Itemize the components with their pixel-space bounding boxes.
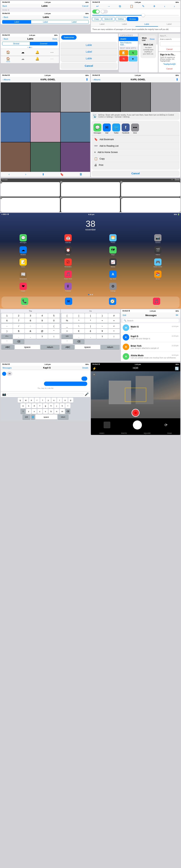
shutter-button[interactable] [133,421,142,430]
key-comma-n[interactable]: , [25,334,36,339]
app-ibooks[interactable]: 📚 iBooks [136,271,180,280]
airplane-icon[interactable]: ✈ [153,4,155,8]
tab-card-4[interactable]: × [1,198,60,212]
action-bookmark[interactable]: 🔖 Add Bookmark [92,136,180,143]
conv-kapil[interactable]: K Kapil G 11:03 pm Kapil, like your desi… [121,333,180,342]
key-l[interactable]: l [65,403,70,408]
app-videos[interactable]: 🎬 Videos [136,246,180,255]
seg-label-1[interactable]: Label [2,20,31,24]
key-123[interactable]: 123 [23,414,30,420]
trash-icon[interactable]: 🗑 [80,173,82,176]
key-t[interactable]: t [40,398,45,403]
key-s[interactable]: s [26,403,31,408]
key-o[interactable]: o [63,398,68,403]
sym-lbrack[interactable]: [ [61,313,73,318]
app-camera[interactable]: 📷 Camera [136,234,180,243]
sym-euro[interactable]: € [73,329,85,333]
photo-2[interactable] [31,83,60,112]
tab-bell[interactable]: 🔔 [35,57,39,62]
key-p[interactable]: p [68,398,73,403]
sym-hash[interactable]: # [108,313,120,318]
key-shift[interactable]: ⇧ [21,409,26,414]
cancel-button[interactable]: Cancel [82,5,88,7]
sym-excl-2[interactable]: ! [108,334,120,339]
key-space-n[interactable]: space [15,345,40,349]
key-period[interactable]: . [13,334,24,339]
photo-1[interactable] [1,83,30,112]
key-colon[interactable]: : [25,324,36,329]
mode-square[interactable]: SQUARE [144,432,151,434]
tab-2[interactable]: Label [113,22,136,27]
messages-back-btn[interactable]: Messages [3,367,11,369]
message-input-field[interactable] [7,393,84,395]
key-question[interactable]: ? [36,334,48,339]
mode-video[interactable]: VIDEO [99,432,104,434]
conv-maitri[interactable]: M Maitri G 12:03 pm Hi [121,323,180,333]
key-at[interactable]: @ [36,329,48,333]
toggle-off[interactable] [101,9,108,13]
app-appstore[interactable]: A App Store [91,271,135,280]
messages-search[interactable]: 🔍 Search [122,319,179,322]
sym-rbrack[interactable]: ] [73,313,85,318]
photo-9[interactable] [61,142,90,172]
sym-bullet[interactable]: • [108,329,120,333]
app-itunes[interactable]: 🎵 iTunes Store [46,271,90,280]
home-icon[interactable]: 🏠 [6,50,10,54]
forward-icon[interactable]: › [174,5,175,8]
passcode-field[interactable] [160,41,180,46]
sym-eq[interactable]: = [108,318,120,323]
share-icon-l[interactable]: ⬆ [86,78,88,82]
sym-period-2[interactable]: . [73,334,85,339]
strokal-seg[interactable]: Strokal [2,42,30,45]
more-icon[interactable]: ⋯ [50,50,54,54]
photo-5[interactable] [31,112,60,142]
key-m[interactable]: m [60,409,65,414]
seg-label-3[interactable]: Label [60,20,89,24]
share-twitter[interactable]: 🐦 Twitter [112,124,120,134]
sym-del-2[interactable]: ⌫ [73,339,85,344]
sym-123-key[interactable]: 123 [61,334,73,339]
select-all-btn[interactable]: Select All [102,17,115,21]
bookmark-icon[interactable]: 🔖 [60,173,64,176]
r-photo-3[interactable] [151,83,180,112]
copy-btn[interactable]: Copy [92,17,101,21]
key-q[interactable]: q [18,398,23,403]
flash-icon[interactable]: ⚡ [92,367,96,371]
app-clock[interactable]: ⏰ Clock [46,246,90,255]
app-messages[interactable]: 💬 Messages [1,234,45,243]
key-d[interactable]: d [32,403,37,408]
sym-lt[interactable]: < [108,324,120,329]
camera-flip-icon[interactable]: ⟳ [164,423,168,427]
conv-alisha[interactable]: A Alisha Mudo 10:03 pm Can you please cr… [121,352,180,361]
app-stocks[interactable]: 📈 Stocks [91,258,135,268]
camera-switch-icon[interactable]: 🔄 [175,367,179,371]
dock-phone[interactable]: 📞 Phone [21,298,28,307]
tab-cloud[interactable]: ☁ [21,57,24,62]
pen-icon[interactable]: ✎ [142,4,145,8]
key-f[interactable]: f [37,403,42,408]
seg-label-2[interactable]: Label [31,20,60,24]
tab-card-2[interactable]: × [61,182,120,196]
tab-1[interactable]: Label [91,22,113,27]
key-more-sym[interactable]: #+= [1,334,13,339]
action-lable-1[interactable]: Lable [60,42,117,49]
undo-icon[interactable]: ↩ [96,4,99,8]
share-messages[interactable]: 💬 Messages [93,124,101,134]
action-lable-3[interactable]: Lable [60,55,117,62]
camera-close-btn[interactable]: × [92,373,96,376]
zoomed-seg[interactable]: Zoomed [30,42,57,45]
app-weather[interactable]: ☁ Weather [1,246,45,255]
key-u[interactable]: u [52,398,57,403]
mode-pano[interactable]: PANO [168,432,172,434]
sym-backsl[interactable]: \ [73,324,85,329]
mode-photo[interactable]: PHOTO [121,432,127,434]
app-health[interactable]: ❤ Health [1,283,45,292]
tab-home[interactable]: 🏠 Home [6,57,10,62]
share-icon-r[interactable]: ⬆ [176,78,178,82]
key-n[interactable]: n [54,409,59,414]
key-i[interactable]: i [57,398,62,403]
key-8[interactable]: 8 [25,318,36,323]
mini-app-2[interactable]: N [129,50,138,56]
key-k[interactable]: k [60,403,65,408]
action-reading[interactable]: 👓 Add to Reading List [92,143,180,149]
